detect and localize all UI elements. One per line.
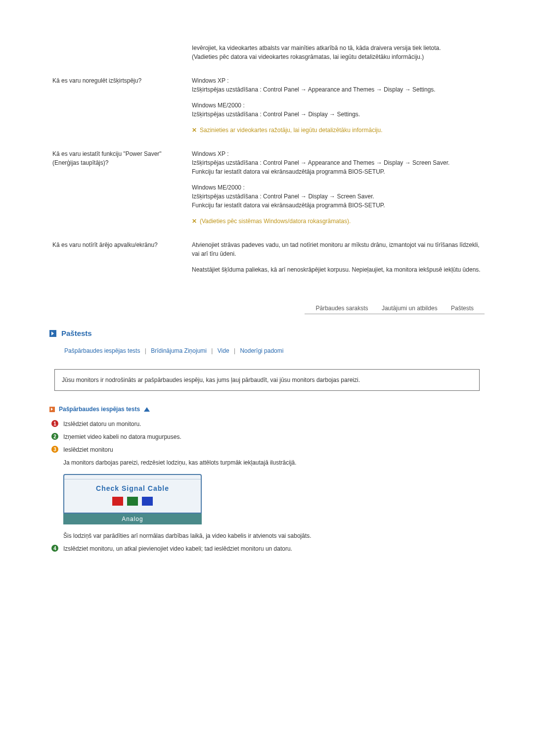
note-block: ✕ (Vadieties pēc sistēmas Windows/datora… — [192, 217, 482, 226]
tabs-inner: Pārbaudes saraksts Jautājumi un atbildes… — [305, 305, 485, 314]
subnav-warnings[interactable]: Brīdinājuma Ziņojumi — [151, 347, 207, 354]
section-title-row: Paštests — [49, 329, 485, 337]
step-subtext: Ja monitors darbojas pareizi, redzēsiet … — [63, 458, 485, 467]
step-text: Izslēdziet datoru un monitoru. — [63, 420, 485, 428]
qa-answer: Ievērojiet, ka videokartes atbalsts var … — [189, 40, 485, 72]
subnav-tips[interactable]: Noderīgi padomi — [240, 347, 283, 354]
separator: | — [145, 347, 146, 354]
qa-answer: Windows XP : Izšķirtspējas uzstādīšana :… — [189, 145, 485, 236]
tab-qa[interactable]: Jautājumi un atbildes — [382, 305, 438, 312]
qa-question: Kā es varu iestatīt funkciju "Power Save… — [49, 145, 189, 236]
color-square-blue-icon — [142, 497, 153, 506]
step-number-icon: 2 — [51, 433, 58, 440]
subhead-title: Pašpārbaudes iespējas tests — [59, 406, 140, 413]
answer-block: Windows XP : Izšķirtspējas uzstādīšana :… — [192, 76, 482, 94]
qa-table: Ievērojiet, ka videokartes atbalsts var … — [49, 40, 485, 285]
qa-answer: Windows XP : Izšķirtspējas uzstādīšana :… — [189, 72, 485, 145]
section-title: Paštests — [61, 329, 92, 337]
qa-row: Ievērojiet, ka videokartes atbalsts var … — [49, 40, 485, 72]
qa-row: Kā es varu noregulēt izšķirtspēju? Windo… — [49, 72, 485, 145]
osd-color-row — [64, 497, 201, 513]
tab-checklist[interactable]: Pārbaudes saraksts — [315, 305, 368, 312]
note-block: ✕ Sazinieties ar videokartes ražotāju, l… — [192, 126, 482, 135]
step-body: Ieslēdziet monitoru Ja monitors darbojas… — [63, 445, 485, 540]
step-item: 1 Izslēdziet datoru un monitoru. — [51, 420, 485, 428]
answer-block: Neatstājiet šķīduma paliekas, kā arī nen… — [192, 265, 482, 274]
info-box: Jūsu monitors ir nodrošināts ar pašpārba… — [54, 369, 480, 391]
qa-row: Kā es varu notīrīt ārējo apvalku/ekrānu?… — [49, 236, 485, 285]
subnav-selftest[interactable]: Pašpārbaudes iespējas tests — [64, 347, 140, 354]
step-number-icon: 4 — [51, 545, 58, 552]
answer-block: Atvienojiet strāvas padeves vadu, un tad… — [192, 240, 482, 258]
tab-selftest[interactable]: Paštests — [451, 305, 474, 312]
collapse-up-icon[interactable] — [144, 407, 150, 412]
step-text: Izslēdziet monitoru, un atkal pievienoji… — [63, 544, 485, 553]
step-item: 4 Izslēdziet monitoru, un atkal pievieno… — [51, 544, 485, 553]
answer-block: Ievērojiet, ka videokartes atbalsts var … — [192, 44, 482, 61]
section-arrow-icon — [49, 330, 56, 337]
qa-question: Kā es varu notīrīt ārējo apvalku/ekrānu? — [49, 236, 189, 285]
qa-question — [49, 40, 189, 72]
osd-outer: Check Signal Cable — [63, 474, 202, 514]
step-text: Ieslēdziet monitoru — [63, 445, 485, 454]
color-square-green-icon — [127, 497, 138, 506]
answer-block: Windows ME/2000 : Izšķirtspējas uzstādīš… — [192, 101, 482, 119]
note-text: Sazinieties ar videokartes ražotāju, lai… — [200, 126, 383, 135]
step-item: 3 Ieslēdziet monitoru Ja monitors darboj… — [51, 445, 485, 540]
osd-bottom-bar: Analog — [63, 514, 202, 524]
osd-title: Check Signal Cable — [64, 479, 201, 497]
qa-answer: Atvienojiet strāvas padeves vadu, un tad… — [189, 236, 485, 285]
separator: | — [211, 347, 213, 354]
step-number-icon: 1 — [51, 420, 58, 427]
note-text: (Vadieties pēc sistēmas Windows/datora r… — [200, 217, 351, 226]
answer-block: Windows ME/2000 : Izšķirtspējas uzstādīš… — [192, 183, 482, 210]
qa-row: Kā es varu iestatīt funkciju "Power Save… — [49, 145, 485, 236]
color-square-red-icon — [112, 497, 123, 506]
osd-top-bar — [64, 475, 201, 479]
step-text: Izņemiet video kabeli no datora mugurpus… — [63, 432, 485, 441]
subhead-arrow-icon — [49, 407, 55, 412]
subnav: Pašpārbaudes iespējas tests | Brīdinājum… — [64, 347, 485, 354]
note-icon: ✕ — [192, 217, 197, 226]
subheading-row: Pašpārbaudes iespējas tests — [49, 406, 485, 413]
step-subtext: Šis lodziņš var parādīties arī normālas … — [63, 531, 485, 540]
answer-block: Windows XP : Izšķirtspējas uzstādīšana :… — [192, 149, 482, 176]
step-number-icon: 3 — [51, 446, 58, 453]
tabs-row: Pārbaudes saraksts Jautājumi un atbildes… — [49, 305, 485, 314]
note-icon: ✕ — [192, 126, 197, 135]
subnav-environment[interactable]: Vide — [218, 347, 229, 354]
qa-question: Kā es varu noregulēt izšķirtspēju? — [49, 72, 189, 145]
steps-list: 1 Izslēdziet datoru un monitoru. 2 Izņem… — [51, 420, 485, 553]
step-item: 2 Izņemiet video kabeli no datora mugurp… — [51, 432, 485, 441]
osd-popup: Check Signal Cable Analog — [63, 474, 202, 524]
separator: | — [234, 347, 235, 354]
